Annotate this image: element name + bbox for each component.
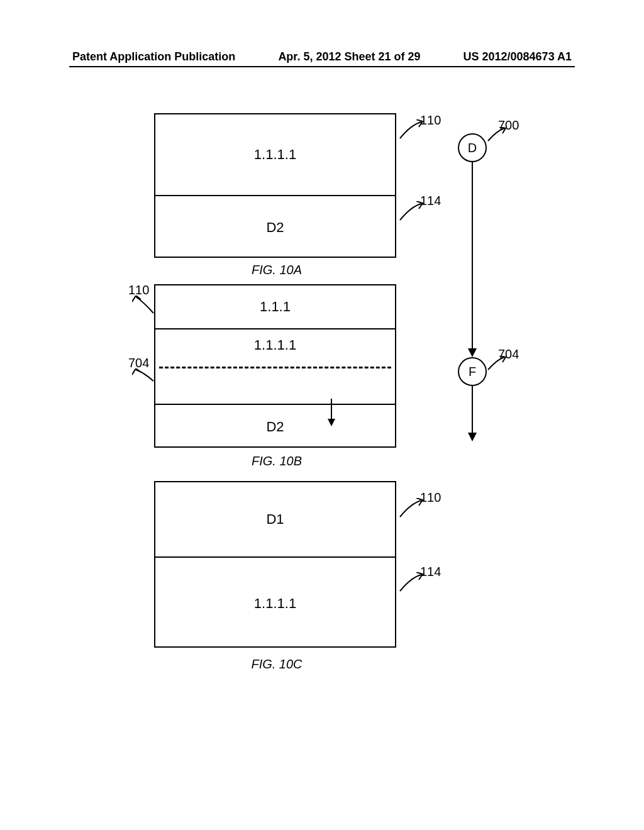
header-right: US 2012/0084673 A1 <box>464 50 572 64</box>
fig10b-row3-label: D2 <box>266 419 284 435</box>
page-header: Patent Application Publication Apr. 5, 2… <box>0 50 644 64</box>
header-rule <box>69 66 575 67</box>
lead-110-c-icon <box>397 498 426 523</box>
fig10c-caption: FIG. 10C <box>239 657 314 672</box>
lead-110-a-icon <box>397 119 426 145</box>
fig10b-row3: D2 <box>155 405 395 449</box>
lead-700-icon <box>486 127 508 145</box>
node-d: D <box>458 133 487 162</box>
fig10c-bottom-cell: 1.1.1.1 <box>155 558 395 649</box>
flowline-d-to-f <box>472 162 473 351</box>
fig10a-bottom-cell: D2 <box>155 196 395 259</box>
fig10a-top-cell: 1.1.1.1 <box>155 114 395 196</box>
lead-114-a-icon <box>397 201 426 226</box>
arrowhead-after-f-icon <box>468 433 477 441</box>
fig10b-row2: 1.1.1.1 <box>155 329 395 405</box>
fig10b-caption: FIG. 10B <box>239 454 314 468</box>
lead-110-b-icon <box>132 296 157 321</box>
header-left: Patent Application Publication <box>72 50 235 64</box>
node-f: F <box>458 357 487 386</box>
flowline-after-f <box>472 386 473 435</box>
fig10b-row1: 1.1.1 <box>155 285 395 329</box>
arrowhead-into-f-icon <box>468 348 477 357</box>
header-center: Apr. 5, 2012 Sheet 21 of 29 <box>278 50 420 64</box>
svg-marker-1 <box>328 419 335 426</box>
fig10b-row2-label: 1.1.1.1 <box>155 337 395 353</box>
lead-704-right-icon <box>486 356 508 374</box>
figure-10b: 1.1.1 1.1.1.1 D2 <box>154 284 396 448</box>
fig10a-caption: FIG. 10A <box>239 263 314 277</box>
fig10c-top-cell: D1 <box>155 482 395 558</box>
lead-114-c-icon <box>397 572 426 597</box>
fig10b-small-arrow-icon <box>325 399 338 428</box>
fig10b-dashed-divider <box>159 367 391 368</box>
lead-704-b-left-icon <box>132 368 157 387</box>
figure-10c: D1 1.1.1.1 <box>154 481 396 648</box>
figure-10a: 1.1.1.1 D2 <box>154 113 396 258</box>
